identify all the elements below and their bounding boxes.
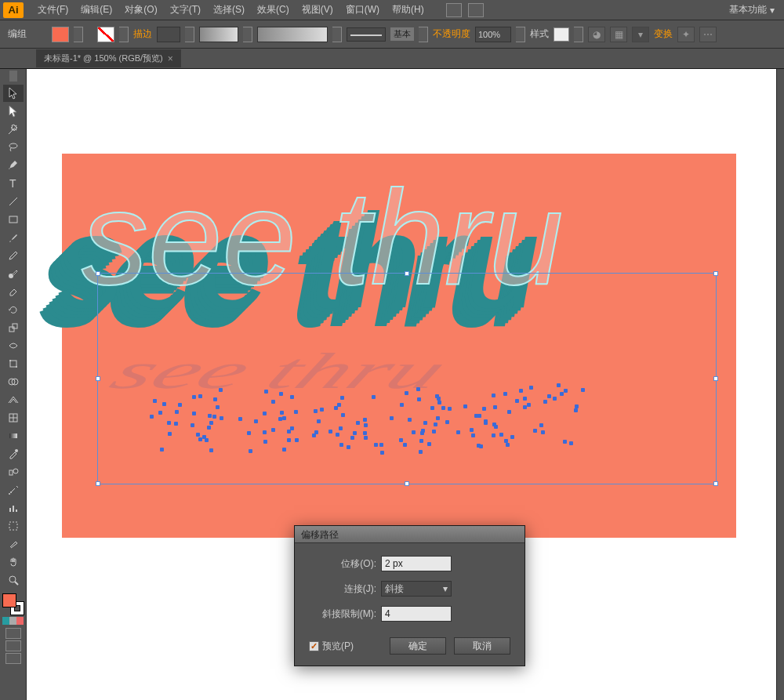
brush-name-dd[interactable]: [419, 27, 428, 42]
shape-builder-tool[interactable]: [3, 373, 24, 390]
stroke-color-swatch[interactable]: [97, 27, 114, 42]
collapsed-right-panels[interactable]: [776, 69, 784, 700]
symbol-sprayer-tool[interactable]: [3, 481, 24, 499]
scale-tool[interactable]: [3, 319, 24, 336]
draw-mode-behind[interactable]: [5, 640, 21, 651]
isolate-icon[interactable]: ✦: [677, 27, 695, 42]
menu-effect[interactable]: 效果(C): [251, 3, 296, 16]
menu-file[interactable]: 文件(F): [31, 3, 74, 16]
direct-selection-tool[interactable]: [3, 103, 24, 120]
handle-l[interactable]: [96, 376, 100, 381]
brush-definition[interactable]: [257, 27, 328, 42]
free-transform-tool[interactable]: [3, 355, 24, 372]
rectangle-tool[interactable]: [3, 211, 24, 228]
svg-text:T: T: [9, 177, 16, 190]
hand-tool[interactable]: [3, 553, 24, 571]
brush-name: 基本: [390, 27, 414, 41]
workspace-switcher[interactable]: 基本功能 ▾: [723, 3, 781, 16]
chevron-down-icon: ▾: [770, 5, 775, 16]
menu-view[interactable]: 视图(V): [296, 3, 339, 16]
svg-rect-3: [9, 216, 17, 223]
draw-mode-normal[interactable]: [5, 628, 21, 639]
stroke-dropdown[interactable]: [119, 27, 129, 42]
menu-object[interactable]: 对象(O): [118, 3, 163, 16]
svg-rect-6: [13, 324, 17, 328]
fill-proxy[interactable]: [2, 593, 16, 608]
vwp-dd[interactable]: [243, 27, 252, 42]
zoom-tool[interactable]: [3, 571, 24, 589]
toolbox: T: [0, 69, 27, 700]
fill-dropdown[interactable]: [74, 27, 83, 42]
column-graph-tool[interactable]: [3, 499, 24, 517]
miter-input[interactable]: [381, 606, 452, 622]
pencil-tool[interactable]: [3, 247, 24, 264]
opacity-label[interactable]: 不透明度: [433, 27, 470, 41]
offset-input[interactable]: [381, 556, 452, 571]
menu-type[interactable]: 文字(T): [164, 3, 207, 16]
variable-width-profile[interactable]: [199, 27, 238, 42]
selection-tool[interactable]: [3, 85, 24, 102]
ok-button[interactable]: 确定: [390, 637, 446, 655]
opacity-input[interactable]: [475, 27, 511, 42]
recolor-art-icon[interactable]: ◕: [588, 27, 605, 42]
handle-tr[interactable]: [713, 271, 718, 276]
handle-r[interactable]: [713, 376, 718, 381]
stroke-weight-dd[interactable]: [185, 27, 194, 42]
handle-bl[interactable]: [96, 481, 100, 486]
more-icon[interactable]: ⋯: [699, 27, 717, 42]
menu-edit[interactable]: 编辑(E): [74, 3, 118, 16]
rotate-tool[interactable]: [3, 301, 24, 318]
perspective-grid-tool[interactable]: [3, 391, 24, 408]
fill-stroke-proxy[interactable]: [2, 593, 24, 615]
opacity-dd[interactable]: [516, 27, 525, 42]
gradient-tool[interactable]: [3, 427, 24, 444]
stroke-line-preview[interactable]: [347, 27, 386, 42]
slice-tool[interactable]: [3, 535, 24, 553]
preview-checkbox[interactable]: ✓ 预览(P): [309, 640, 354, 653]
menu-window[interactable]: 窗口(W): [339, 3, 386, 16]
paintbrush-tool[interactable]: [3, 229, 24, 246]
style-dd[interactable]: [574, 27, 583, 42]
join-label: 连接(J):: [309, 582, 376, 596]
pen-tool[interactable]: [3, 157, 24, 174]
line-tool[interactable]: [3, 193, 24, 210]
handle-b[interactable]: [405, 481, 409, 486]
layout-icon[interactable]: [468, 3, 484, 17]
graphic-style-swatch[interactable]: [554, 27, 569, 42]
screen-mode[interactable]: [5, 653, 21, 664]
handle-t[interactable]: [405, 271, 409, 276]
anchor-points-overlay: [129, 367, 599, 461]
toolbox-grip[interactable]: [9, 71, 17, 82]
blend-tool[interactable]: [3, 463, 24, 481]
artboard-tool[interactable]: [3, 517, 24, 535]
align-icon[interactable]: ▦: [610, 27, 627, 42]
eraser-tool[interactable]: [3, 283, 24, 300]
miter-label: 斜接限制(M):: [309, 608, 376, 621]
mesh-tool[interactable]: [3, 409, 24, 426]
lasso-tool[interactable]: [3, 139, 24, 156]
app-logo: Ai: [3, 2, 24, 18]
dialog-title[interactable]: 偏移路径: [295, 526, 524, 543]
stroke-label[interactable]: 描边: [133, 27, 152, 41]
fill-color-swatch[interactable]: [52, 27, 69, 42]
svg-rect-7: [10, 361, 16, 367]
align-dd[interactable]: ▾: [632, 27, 649, 42]
color-mode-strip[interactable]: [2, 617, 24, 625]
cancel-button[interactable]: 取消: [454, 637, 510, 655]
document-tab[interactable]: 未标题-1* @ 150% (RGB/预览) ×: [36, 49, 181, 67]
transform-label[interactable]: 变换: [654, 27, 673, 41]
magic-wand-tool[interactable]: [3, 121, 24, 138]
stroke-weight-input[interactable]: [157, 27, 180, 42]
close-tab-icon[interactable]: ×: [168, 53, 173, 64]
type-tool[interactable]: T: [3, 175, 24, 192]
eyedropper-tool[interactable]: [3, 445, 24, 462]
menu-help[interactable]: 帮助(H): [386, 3, 430, 16]
blob-brush-tool[interactable]: [3, 265, 24, 282]
menu-select[interactable]: 选择(S): [207, 3, 251, 16]
join-select[interactable]: 斜接 ▾: [381, 581, 452, 597]
handle-tl[interactable]: [96, 271, 100, 276]
width-tool[interactable]: [3, 337, 24, 354]
brush-dd[interactable]: [332, 27, 342, 42]
arrange-docs-icon[interactable]: [446, 3, 462, 17]
handle-br[interactable]: [713, 481, 718, 486]
